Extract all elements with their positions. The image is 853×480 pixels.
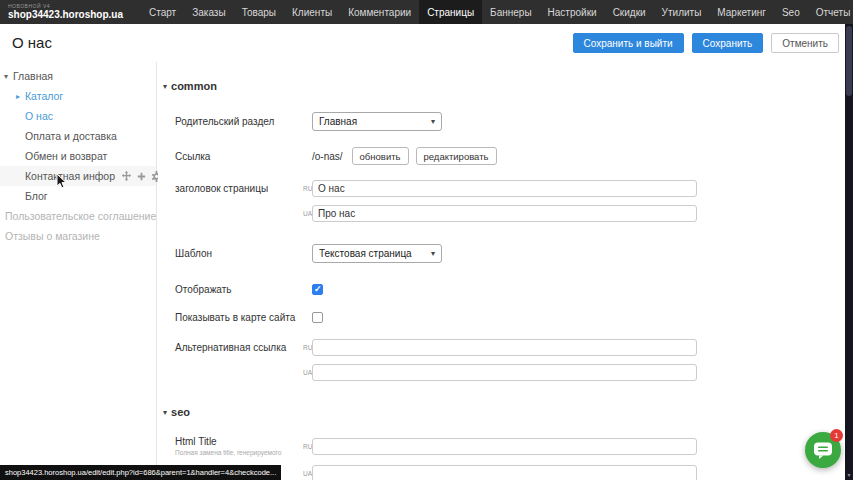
- lang-tag-ua: UA: [303, 210, 312, 217]
- chevron-down-icon[interactable]: ▾: [4, 72, 13, 81]
- scrollbar-down-arrow[interactable]: ▾: [845, 471, 853, 478]
- sidebar-item-katalog[interactable]: ▸ Каталог: [0, 86, 156, 106]
- menu-item-comments[interactable]: Комментарии: [340, 0, 419, 24]
- page-header: О нас Сохранить и выйти Сохранить Отмени…: [0, 24, 845, 62]
- chat-bubble-icon: [813, 440, 833, 460]
- section-common-title: common: [171, 80, 217, 92]
- header-actions: Сохранить и выйти Сохранить Отменить: [573, 33, 840, 53]
- html-title-hint: Полная замена title, генерируемого: [175, 449, 303, 457]
- cancel-button[interactable]: Отменить: [771, 33, 839, 53]
- sidebar-item-glavnaya[interactable]: ▾ Главная: [0, 66, 156, 86]
- tree-item-label: Контактная инфор: [25, 170, 115, 182]
- parent-section-label: Родительский раздел: [175, 116, 303, 127]
- page-title-ru-input[interactable]: [312, 180, 697, 197]
- menu-item-reports[interactable]: Отчеты: [808, 0, 853, 24]
- link-edit-button[interactable]: редактировать: [416, 147, 497, 165]
- tree-item-label: Отзывы о магазине: [5, 230, 100, 242]
- sidebar-item-oplata[interactable]: Оплата и доставка: [0, 126, 156, 146]
- menu-item-utilities[interactable]: Утилиты: [654, 0, 710, 24]
- section-seo-toggle[interactable]: ▾ seo: [163, 406, 845, 418]
- menu-item-start[interactable]: Старт: [141, 0, 184, 24]
- template-row: Шаблон Текстовая страница ▾: [158, 244, 845, 263]
- status-url-bar: shop34423.horoshop.ua/edit/edit.php?id=6…: [0, 465, 281, 480]
- shop-logo[interactable]: НОВОВНОЙ V4 shop34423.horoshop.ua: [8, 4, 123, 20]
- move-icon[interactable]: [121, 171, 132, 182]
- html-title-ru-row: Html Title Полная замена title, генериру…: [158, 436, 845, 457]
- menu-item-discounts[interactable]: Скидки: [605, 0, 654, 24]
- tree-item-label: Пользовательское соглашение: [5, 210, 156, 222]
- main-menu: Старт Заказы Товары Клиенты Комментарии …: [141, 0, 853, 24]
- menu-item-seo[interactable]: Seo: [774, 0, 808, 24]
- html-title-label-block: Html Title Полная замена title, генериру…: [175, 436, 303, 457]
- menu-item-clients[interactable]: Клиенты: [284, 0, 340, 24]
- alt-link-ua-row: UA: [158, 364, 845, 381]
- chevron-down-icon: ▾: [431, 249, 435, 258]
- sidebar-item-kontaktnaya[interactable]: Контактная инфор: [0, 166, 156, 186]
- page-title-ru-row: заголовок страницы RU: [158, 180, 845, 197]
- page-scrollbar[interactable]: ▾: [845, 24, 853, 480]
- lang-tag-ua: UA: [303, 470, 312, 477]
- tree-item-label: Каталог: [25, 90, 63, 102]
- alt-link-ru-input[interactable]: [312, 339, 697, 356]
- html-title-label: Html Title: [175, 436, 217, 447]
- tree-item-label: Блог: [25, 190, 48, 202]
- scrollbar-thumb[interactable]: [846, 26, 852, 96]
- chevron-down-icon: ▾: [431, 117, 435, 126]
- page-title-ua-input[interactable]: [312, 205, 697, 222]
- sidebar-item-obmen[interactable]: Обмен и возврат: [0, 146, 156, 166]
- parent-section-select[interactable]: Главная ▾: [312, 112, 442, 131]
- save-and-exit-button[interactable]: Сохранить и выйти: [573, 33, 684, 53]
- add-icon[interactable]: [136, 171, 147, 182]
- pages-tree-sidebar: ▾ Главная ▸ Каталог О нас Оплата и доста…: [0, 62, 157, 480]
- menu-item-orders[interactable]: Заказы: [184, 0, 233, 24]
- alt-link-ru-row: Альтернативная ссылка RU: [158, 339, 845, 356]
- html-title-ua-input[interactable]: [312, 465, 697, 480]
- template-label: Шаблон: [175, 248, 303, 259]
- link-row: Ссылка /o-nas/ обновить редактировать: [158, 147, 845, 165]
- sidebar-item-reviews[interactable]: Отзывы о магазине: [0, 226, 156, 246]
- chevron-down-icon: ▾: [163, 82, 167, 91]
- html-title-ru-input[interactable]: [312, 438, 697, 455]
- section-common-toggle[interactable]: ▾ common: [163, 80, 845, 92]
- link-label: Ссылка: [175, 151, 303, 162]
- chevron-down-icon: ▾: [163, 408, 167, 417]
- section-seo-title: seo: [171, 406, 190, 418]
- display-checkbox[interactable]: [312, 284, 323, 295]
- parent-section-row: Родительский раздел Главная ▾: [158, 112, 845, 131]
- sidebar-item-agreement[interactable]: Пользовательское соглашение: [0, 206, 156, 226]
- tree-item-label: Главная: [13, 70, 53, 82]
- template-value: Текстовая страница: [319, 248, 412, 259]
- tree-item-label: Оплата и доставка: [25, 130, 117, 142]
- template-select[interactable]: Текстовая страница ▾: [312, 244, 442, 263]
- menu-item-pages[interactable]: Страницы: [419, 0, 482, 24]
- chat-widget-button[interactable]: 1: [805, 432, 841, 468]
- tree-item-label: О нас: [25, 110, 53, 122]
- link-update-button[interactable]: обновить: [352, 147, 409, 165]
- tree-item-label: Обмен и возврат: [25, 150, 107, 162]
- lang-tag-ru: RU: [303, 443, 312, 450]
- lang-tag-ua: UA: [303, 369, 312, 376]
- sitemap-checkbox[interactable]: [312, 312, 323, 323]
- chat-unread-badge: 1: [830, 429, 843, 442]
- sitemap-label: Показывать в карте сайта: [175, 312, 303, 323]
- chevron-right-icon[interactable]: ▸: [16, 92, 25, 101]
- display-label: Отображать: [175, 284, 303, 295]
- menu-item-products[interactable]: Товары: [234, 0, 284, 24]
- page-title-ua-row: UA: [158, 205, 845, 222]
- parent-section-value: Главная: [319, 116, 357, 127]
- topbar: НОВОВНОЙ V4 shop34423.horoshop.ua Старт …: [0, 0, 853, 24]
- sidebar-item-o-nas[interactable]: О нас: [0, 106, 156, 126]
- menu-item-banners[interactable]: Баннеры: [482, 0, 539, 24]
- alt-link-ua-input[interactable]: [312, 364, 697, 381]
- display-row: Отображать: [158, 284, 845, 295]
- shop-domain-label: shop34423.horoshop.ua: [8, 10, 123, 20]
- lang-tag-ru: RU: [303, 185, 312, 192]
- save-button[interactable]: Сохранить: [692, 33, 764, 53]
- link-value: /o-nas/: [312, 151, 343, 162]
- page-title: О нас: [12, 34, 52, 51]
- sidebar-item-blog[interactable]: Блог: [0, 186, 156, 206]
- lang-tag-ru: RU: [303, 344, 312, 351]
- page-edit-form: ▾ common Родительский раздел Главная ▾ С…: [158, 62, 845, 480]
- menu-item-settings[interactable]: Настройки: [540, 0, 605, 24]
- menu-item-marketing[interactable]: Маркетинг: [709, 0, 774, 24]
